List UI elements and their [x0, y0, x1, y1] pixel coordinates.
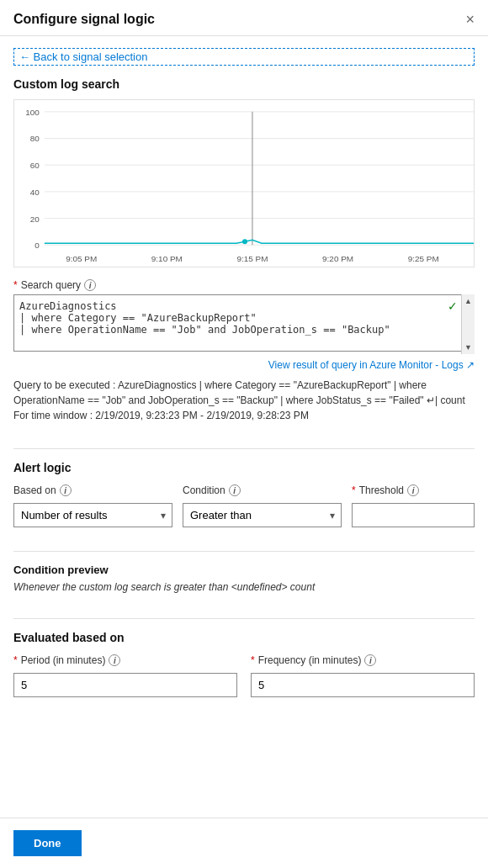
threshold-group: * Threshold i [352, 484, 475, 527]
frequency-input[interactable] [251, 673, 475, 697]
chart-container: 100 80 60 40 20 0 9:05 PM 9:10 PM 9:15 P… [13, 99, 475, 267]
x-label-920: 9:20 PM [322, 254, 353, 263]
required-star: * [13, 279, 18, 291]
configure-signal-panel: Configure signal logic × ← Back to signa… [0, 0, 488, 868]
x-label-925: 9:25 PM [408, 254, 439, 263]
based-on-info-icon[interactable]: i [60, 484, 72, 496]
x-label-915: 9:15 PM [236, 254, 268, 263]
based-on-label: Based on i [13, 484, 172, 496]
frequency-group: * Frequency (in minutes) i [251, 654, 475, 697]
panel-title: Configure signal logic [13, 12, 155, 27]
scroll-down-arrow[interactable]: ▼ [462, 341, 475, 354]
scroll-up-arrow[interactable]: ▲ [462, 294, 475, 308]
y-label-40: 40 [30, 188, 40, 197]
query-scrollbar[interactable]: ▲ ▼ [461, 294, 475, 354]
threshold-label: * Threshold i [352, 484, 475, 496]
query-box-wrapper: AzureDiagnostics | where Category == "Az… [13, 294, 475, 354]
y-label-100: 100 [25, 108, 40, 117]
x-label-905: 9:05 PM [66, 254, 97, 263]
based-on-select-wrapper: Number of results Metric measurement [13, 503, 172, 527]
condition-select-wrapper: Greater than Less than Equal to [183, 503, 342, 527]
search-query-textarea[interactable]: AzureDiagnostics | where Category == "Az… [13, 294, 475, 352]
condition-info-icon[interactable]: i [229, 484, 241, 496]
x-label-910: 9:10 PM [151, 254, 183, 263]
threshold-info-icon[interactable]: i [407, 484, 419, 496]
back-link[interactable]: ← Back to signal selection [13, 48, 475, 66]
alert-logic-form-row: Based on i Number of results Metric meas… [13, 484, 475, 527]
threshold-input[interactable] [352, 503, 475, 527]
panel-content: ← Back to signal selection Custom log se… [0, 36, 488, 772]
y-label-20: 20 [30, 214, 40, 224]
period-input[interactable] [13, 673, 237, 697]
data-line [45, 240, 474, 243]
y-label-60: 60 [30, 161, 40, 170]
data-point [242, 239, 247, 244]
based-on-select[interactable]: Number of results Metric measurement [13, 503, 172, 527]
frequency-required-star: * [251, 654, 255, 666]
condition-preview-title: Condition preview [13, 564, 475, 576]
close-button[interactable]: × [465, 12, 475, 27]
evaluated-based-on-title: Evaluated based on [13, 631, 475, 644]
period-label: * Period (in minutes) i [13, 654, 237, 666]
condition-preview-section: Condition preview Whenever the custom lo… [13, 564, 475, 593]
condition-group: Condition i Greater than Less than Equal… [183, 484, 342, 527]
eval-row: * Period (in minutes) i * Frequency (in … [13, 654, 475, 697]
condition-preview-text: Whenever the custom log search is greate… [13, 581, 475, 593]
divider-2 [13, 551, 475, 552]
search-query-info-icon[interactable]: i [84, 279, 96, 291]
alert-logic-title: Alert logic [13, 461, 475, 474]
y-label-80: 80 [30, 135, 40, 144]
query-info-text: Query to be executed : AzureDiagnostics … [13, 378, 475, 423]
divider-1 [13, 448, 475, 449]
chart-svg: 100 80 60 40 20 0 9:05 PM 9:10 PM 9:15 P… [14, 100, 474, 267]
panel-header: Configure signal logic × [0, 0, 488, 36]
condition-select[interactable]: Greater than Less than Equal to [183, 503, 342, 527]
based-on-group: Based on i Number of results Metric meas… [13, 484, 172, 527]
condition-label: Condition i [183, 484, 342, 496]
custom-log-section-title: Custom log search [13, 77, 475, 91]
frequency-label: * Frequency (in minutes) i [251, 654, 475, 666]
period-info-icon[interactable]: i [109, 654, 120, 666]
period-required-star: * [13, 654, 18, 666]
search-query-label: * Search query i [13, 279, 475, 291]
query-valid-icon: ✓ [448, 299, 458, 313]
y-label-0: 0 [34, 241, 40, 250]
view-query-link[interactable]: View result of query in Azure Monitor - … [13, 359, 475, 371]
threshold-required-star: * [352, 484, 356, 496]
panel-footer: Done [0, 818, 488, 868]
period-group: * Period (in minutes) i [13, 654, 237, 697]
frequency-info-icon[interactable]: i [364, 654, 376, 666]
divider-3 [13, 618, 475, 619]
done-button[interactable]: Done [13, 830, 82, 856]
